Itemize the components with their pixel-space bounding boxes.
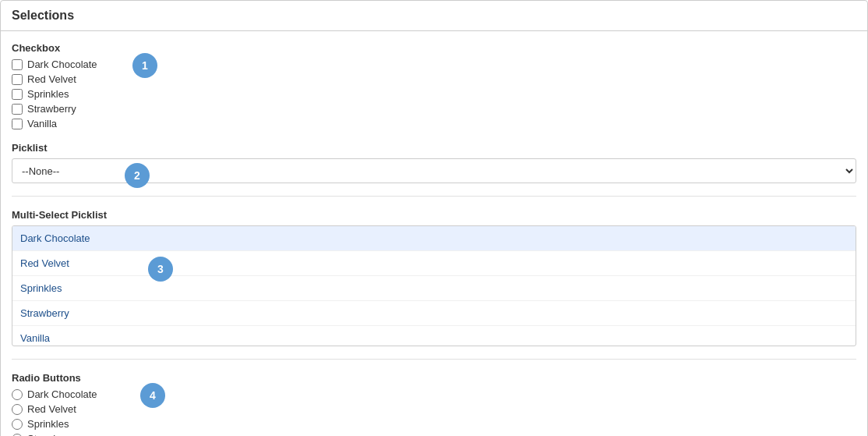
panel-body: Checkbox Dark ChocolateRed VelvetSprinkl… — [1, 31, 867, 436]
multiselect-section: Multi-Select Picklist Dark ChocolateRed … — [12, 209, 856, 360]
multiselect-option[interactable]: Dark Chocolate — [12, 226, 856, 251]
checkbox-label-cb3: Sprinkles — [27, 88, 69, 100]
radio-item: Strawberry — [12, 433, 856, 436]
checkbox-input-cb3[interactable] — [12, 89, 23, 100]
radio-section: Radio Buttons Dark ChocolateRed VelvetSp… — [12, 372, 856, 436]
multiselect-option[interactable]: Sprinkles — [12, 276, 856, 301]
checkbox-label-cb2: Red Velvet — [27, 73, 76, 85]
badge-3: 3 — [148, 257, 173, 282]
radio-input-rb3[interactable] — [12, 419, 23, 430]
radio-label-rb1: Dark Chocolate — [27, 388, 97, 400]
radio-input-rb1[interactable] — [12, 389, 23, 400]
badge-2: 2 — [125, 163, 150, 188]
radio-item: Red Velvet — [12, 403, 856, 415]
radio-label-rb4: Strawberry — [27, 433, 76, 436]
checkbox-item: Vanilla — [12, 118, 856, 129]
picklist-section: Picklist --None--Dark ChocolateRed Velve… — [12, 142, 856, 197]
checkbox-input-cb1[interactable] — [12, 59, 23, 70]
checkbox-section-label: Checkbox — [12, 42, 856, 54]
multiselect-option[interactable]: Strawberry — [12, 301, 856, 326]
checkbox-label-cb4: Strawberry — [27, 103, 76, 115]
radio-section-label: Radio Buttons — [12, 372, 856, 384]
badge-4: 4 — [140, 383, 165, 408]
checkbox-label-cb1: Dark Chocolate — [27, 58, 97, 70]
checkbox-section: Checkbox Dark ChocolateRed VelvetSprinkl… — [12, 42, 856, 129]
checkbox-input-cb2[interactable] — [12, 74, 23, 85]
radio-input-rb4[interactable] — [12, 434, 23, 437]
panel-title: Selections — [12, 9, 74, 22]
multiselect-section-label: Multi-Select Picklist — [12, 209, 856, 221]
badge-1: 1 — [132, 53, 157, 78]
radio-label-rb2: Red Velvet — [27, 403, 76, 415]
multiselect-option[interactable]: Vanilla — [12, 326, 856, 346]
radio-label-rb3: Sprinkles — [27, 418, 69, 430]
selections-panel: Selections Checkbox Dark ChocolateRed Ve… — [0, 0, 868, 436]
checkbox-item: Sprinkles — [12, 88, 856, 100]
radio-items: Dark ChocolateRed VelvetSprinklesStrawbe… — [12, 388, 856, 436]
radio-input-rb2[interactable] — [12, 404, 23, 415]
checkbox-label-cb5: Vanilla — [27, 118, 57, 129]
multiselect-listbox: Dark ChocolateRed VelvetSprinklesStrawbe… — [12, 225, 856, 346]
picklist-section-label: Picklist — [12, 142, 856, 154]
panel-header: Selections — [1, 1, 867, 31]
checkbox-input-cb5[interactable] — [12, 119, 23, 129]
radio-item: Sprinkles — [12, 418, 856, 430]
radio-item: Dark Chocolate — [12, 388, 856, 400]
checkbox-input-cb4[interactable] — [12, 104, 23, 115]
multiselect-option[interactable]: Red Velvet — [12, 251, 856, 276]
checkbox-item: Strawberry — [12, 103, 856, 115]
